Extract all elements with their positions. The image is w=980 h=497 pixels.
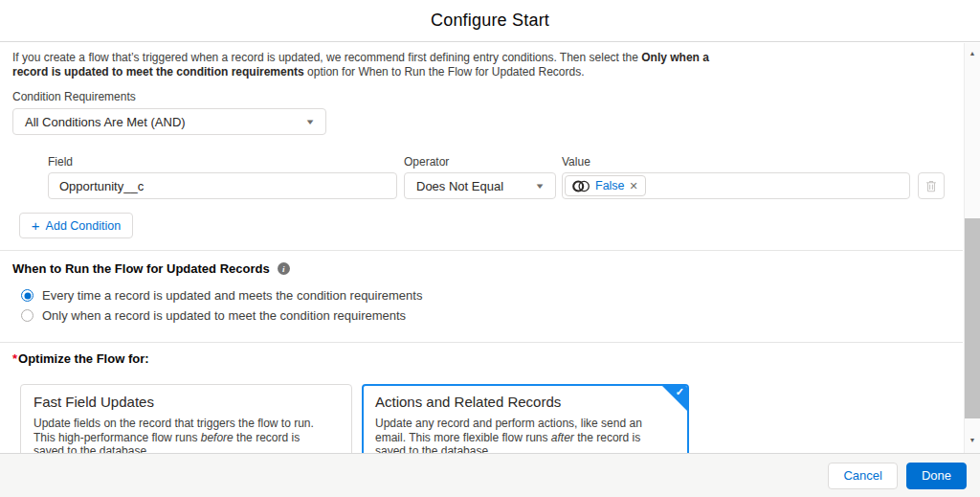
- section-divider: [0, 250, 963, 251]
- value-input[interactable]: False ✕: [562, 172, 910, 199]
- card-title: Fast Field Updates: [33, 394, 339, 410]
- toggle-icon: [572, 179, 590, 193]
- optimize-label: *Optimize the Flow for:: [12, 351, 963, 366]
- card-body: Update fields on the record that trigger…: [33, 417, 330, 453]
- card-title: Actions and Related Records: [375, 394, 676, 410]
- operator-value: Does Not Equal: [416, 179, 503, 193]
- condition-requirements-select[interactable]: All Conditions Are Met (AND) ▼: [12, 108, 326, 135]
- optimize-label-text: Optimize the Flow for:: [18, 351, 149, 366]
- info-icon[interactable]: i: [278, 262, 290, 275]
- intro-part2: option for When to Run the Flow for Upda…: [304, 65, 585, 79]
- operator-select[interactable]: Does Not Equal ▼: [404, 172, 556, 199]
- scrollbar-thumb[interactable]: [965, 218, 980, 418]
- trash-icon: [924, 179, 938, 192]
- condition-requirements-label: Condition Requirements: [12, 90, 963, 103]
- vertical-scrollbar[interactable]: ▲ ▼: [964, 43, 980, 453]
- delete-condition-button[interactable]: [918, 172, 945, 199]
- radio-option-every-time[interactable]: Every time a record is updated and meets…: [21, 288, 963, 303]
- add-condition-label: Add Condition: [46, 219, 122, 233]
- add-condition-button[interactable]: + Add Condition: [19, 213, 133, 238]
- condition-requirements-value: All Conditions Are Met (AND): [25, 115, 186, 129]
- section-divider: [0, 342, 963, 343]
- page-title: Configure Start: [431, 11, 549, 31]
- done-button[interactable]: Done: [906, 463, 967, 489]
- intro-part1: If you create a flow that’s triggered wh…: [12, 51, 641, 64]
- operator-label: Operator: [404, 155, 556, 169]
- cancel-button[interactable]: Cancel: [828, 463, 897, 489]
- card-body: Update any record and perform actions, l…: [375, 417, 672, 453]
- intro-text: If you create a flow that’s triggered wh…: [12, 51, 740, 79]
- field-input[interactable]: [48, 172, 397, 199]
- dialog-footer: Cancel Done: [0, 453, 980, 497]
- card-body-italic: after: [551, 431, 574, 444]
- radio-option-label[interactable]: Only when a record is updated to meet th…: [42, 308, 406, 323]
- dialog-content: If you create a flow that’s triggered wh…: [0, 43, 963, 453]
- required-asterisk: *: [12, 351, 17, 366]
- value-pill[interactable]: False ✕: [565, 175, 646, 196]
- chevron-down-icon: ▼: [534, 182, 545, 191]
- scroll-up-icon[interactable]: ▲: [965, 45, 980, 60]
- card-actions-and-related-records[interactable]: ✓ Actions and Related Records Update any…: [362, 384, 689, 453]
- check-icon: ✓: [676, 386, 684, 398]
- scroll-down-icon[interactable]: ▼: [965, 432, 980, 447]
- remove-pill-icon[interactable]: ✕: [630, 181, 638, 192]
- radio-option-label[interactable]: Every time a record is updated and meets…: [42, 288, 422, 303]
- when-to-run-label: When to Run the Flow for Updated Records: [12, 261, 270, 276]
- radio-unselected-icon[interactable]: [21, 309, 33, 322]
- card-body-italic: before: [201, 431, 234, 444]
- card-fast-field-updates[interactable]: Fast Field Updates Update fields on the …: [20, 384, 352, 453]
- field-label: Field: [48, 155, 397, 169]
- radio-option-only-when[interactable]: Only when a record is updated to meet th…: [21, 308, 963, 323]
- dialog-header: Configure Start: [0, 0, 980, 42]
- condition-row: Field Operator Does Not Equal ▼ Value Fa…: [48, 155, 963, 199]
- value-label: Value: [562, 155, 910, 169]
- plus-icon: +: [32, 218, 40, 233]
- radio-selected-icon[interactable]: [21, 289, 33, 302]
- chevron-down-icon: ▼: [304, 118, 315, 126]
- value-pill-label: False: [595, 179, 625, 192]
